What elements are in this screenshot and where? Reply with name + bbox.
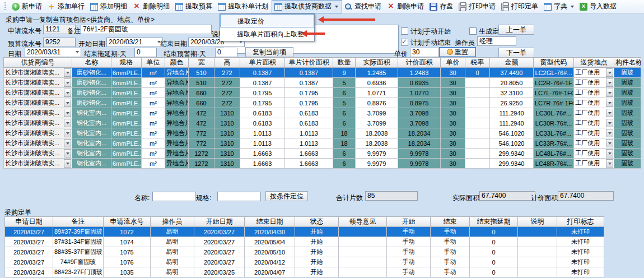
table-cell[interactable] [465, 98, 490, 108]
operator-field[interactable]: 经理 [477, 36, 516, 46]
column-header[interactable]: 申请日期 [5, 217, 53, 227]
table-cell[interactable] [518, 257, 557, 267]
table-cell[interactable]: 易明 [151, 257, 194, 267]
table-cell[interactable]: 6mmPLE... [111, 128, 142, 138]
column-header[interactable]: 开始日期 [194, 217, 245, 227]
previous-order-button[interactable]: 上一单 [498, 25, 534, 35]
next-order-button[interactable]: 下一单 [498, 48, 534, 58]
table-cell[interactable]: 钢化室内... [72, 108, 111, 118]
table-cell[interactable]: 772 [189, 138, 214, 149]
table-cell[interactable]: 2020/05/10 [245, 247, 295, 257]
table-cell[interactable]: LC2R-76#-1F [534, 78, 574, 88]
column-header[interactable]: 单片面积 [240, 58, 285, 68]
table-cell[interactable]: 1310 [214, 108, 240, 118]
table-cell[interactable]: 1072 [104, 227, 151, 237]
table-cell[interactable]: 30 [441, 128, 465, 138]
table-cell[interactable]: 1.6663 [285, 159, 333, 169]
table-cell[interactable] [339, 257, 387, 267]
table-cell[interactable]: 30 [441, 108, 465, 118]
table-cell[interactable]: 开始 [295, 247, 339, 257]
table-cell[interactable]: m² [142, 118, 165, 128]
table-cell[interactable]: 1310 [214, 159, 240, 169]
table-cell[interactable]: 固玻 [614, 149, 641, 159]
table-cell[interactable]: 未打印 [557, 237, 604, 247]
table-cell[interactable]: 手动 [431, 257, 470, 267]
table-cell[interactable]: 1076 [104, 257, 151, 267]
table-cell[interactable]: 510 [189, 68, 214, 78]
table-cell[interactable]: 工厂使用 [574, 108, 614, 118]
table-cell[interactable]: 0.8976 [356, 98, 398, 108]
table-cell[interactable]: 0.1795 [285, 88, 333, 98]
table-cell[interactable]: 3.7098 [398, 118, 441, 128]
column-header[interactable]: 供货商编号 [4, 58, 72, 68]
table-cell[interactable]: 30 [441, 68, 465, 78]
table-cell[interactable]: LC33R-76#... [534, 138, 574, 149]
table-cell[interactable] [339, 237, 387, 247]
table-cell[interactable]: 固玻 [614, 159, 641, 169]
table-cell[interactable]: 272 [214, 68, 240, 78]
table-cell[interactable]: 固玻 [614, 138, 641, 149]
table-cell[interactable]: 1.6663 [285, 149, 333, 159]
table-cell[interactable]: 异地合片 [165, 138, 189, 149]
end-delay-field[interactable]: 0 [134, 48, 157, 57]
context-menu-item-1[interactable]: 提取定价 [220, 14, 314, 27]
table-cell[interactable]: m² [142, 138, 165, 149]
table-cell[interactable]: 472 [189, 118, 214, 128]
table-cell[interactable]: 0 [470, 237, 518, 247]
table-cell[interactable]: 2020/03/24 [5, 267, 53, 277]
table-cell[interactable]: 18.2034 [398, 128, 441, 138]
column-header[interactable]: 单片计价面积 [285, 58, 333, 68]
table-cell[interactable]: 0.1795 [240, 98, 285, 108]
locate-by-condition-button[interactable]: 按条件定位 [265, 191, 308, 201]
column-header[interactable]: 名称 [72, 58, 111, 68]
table-cell[interactable]: 272 [214, 78, 240, 88]
table-cell[interactable]: 手动 [431, 227, 470, 237]
table-row[interactable]: 2020/03/2788#35-37F窗固玻1075易明2020/03/2720… [5, 247, 604, 257]
table-cell[interactable]: 6 [333, 108, 356, 118]
toolbar-grip-handle[interactable] [4, 2, 6, 11]
table-cell[interactable]: 5 [333, 98, 356, 108]
column-header[interactable]: 开始 [387, 217, 431, 227]
table-cell[interactable] [339, 227, 387, 237]
table-cell[interactable]: 固玻 [614, 68, 641, 78]
table-cell[interactable]: 磨砂钢化... [72, 98, 111, 108]
table-cell[interactable]: 30 [441, 149, 465, 159]
table-cell[interactable] [465, 149, 490, 159]
context-menu-item-2[interactable]: 提取单片面积向上取整 [220, 27, 314, 41]
start-date-select[interactable]: 2020/03/21 [106, 38, 163, 47]
table-cell[interactable]: 长沙市潇湘玻璃实... [4, 149, 72, 159]
table-cell[interactable]: 1074 [104, 237, 151, 247]
table-cell[interactable]: 开始 [295, 267, 339, 277]
table-cell[interactable]: 2020/04/12 [245, 257, 295, 267]
table-cell[interactable]: 未打印 [557, 247, 604, 257]
table-cell[interactable] [518, 267, 557, 277]
table-cell[interactable] [465, 159, 490, 169]
table-cell[interactable]: 手动 [387, 267, 431, 277]
table-cell[interactable]: 工厂使用 [574, 138, 614, 149]
table-cell[interactable]: 磨砂钢化... [72, 78, 111, 88]
column-header[interactable]: 结束日期 [245, 217, 295, 227]
table-cell[interactable]: 异地合片 [165, 78, 189, 88]
table-cell[interactable]: 易明 [151, 247, 194, 257]
table-cell[interactable]: 工厂使用 [574, 88, 614, 98]
table-cell[interactable]: 510 [189, 78, 214, 88]
table-cell[interactable]: 6mmPLE... [111, 149, 142, 159]
column-header[interactable]: 申请流水号 [104, 217, 151, 227]
table-cell[interactable]: 长沙市潇湘玻璃实... [4, 138, 72, 149]
toolbar-button-4[interactable]: 删除明细 [130, 1, 173, 13]
table-cell[interactable]: 0.1387 [285, 78, 333, 88]
table-cell[interactable]: 长沙市潇湘玻璃实... [4, 98, 72, 108]
table-cell[interactable]: 1.0113 [240, 128, 285, 138]
table-cell[interactable]: 开始 [295, 257, 339, 267]
table-cell[interactable]: LC48R-76#... [534, 159, 574, 169]
table-cell[interactable]: 6mmPLE... [111, 138, 142, 149]
table-cell[interactable]: 30 [441, 118, 465, 128]
table-row[interactable]: 长沙市潇湘玻璃实...钢化室内...6mmPLE...m²异地合片1272131… [4, 159, 641, 169]
table-cell[interactable]: 1310 [214, 149, 240, 159]
table-cell[interactable]: 1310 [214, 128, 240, 138]
table-cell[interactable]: 手动 [431, 247, 470, 257]
table-cell[interactable]: 0.1387 [240, 78, 285, 88]
table-cell[interactable]: LC33L-76#... [534, 128, 574, 138]
table-cell[interactable]: LC7L-76#-1FO [534, 88, 574, 98]
budget-serial-field[interactable]: 9252 [43, 38, 76, 47]
